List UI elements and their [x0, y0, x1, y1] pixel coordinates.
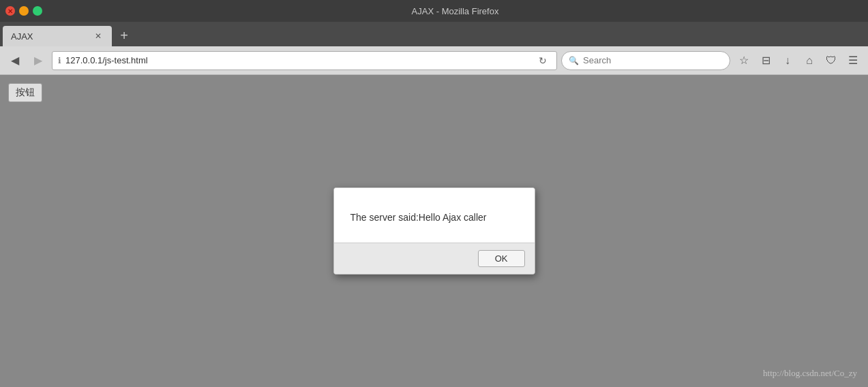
close-window-button[interactable]: ✕ [5, 6, 15, 16]
reader-mode-button[interactable]: ⊟ [756, 51, 775, 70]
download-button[interactable]: ↓ [778, 51, 797, 70]
nav-bar: ◀ ▶ ℹ ↻ 🔍 ☆ ⊟ ↓ ⌂ 🛡 ☰ [0, 46, 868, 75]
dialog-ok-button[interactable]: OK [478, 250, 525, 267]
dialog-message: The server said:Hello Ajax caller [350, 212, 487, 223]
search-bar-wrapper: 🔍 [561, 51, 730, 70]
title-bar: ✕ AJAX - Mozilla Firefox [0, 0, 868, 22]
address-bar-wrapper: ℹ ↻ [52, 51, 557, 70]
home-button[interactable]: ⌂ [800, 51, 819, 70]
search-icon: 🔍 [569, 56, 579, 65]
browser-tab[interactable]: AJAX ✕ [3, 26, 112, 46]
forward-button[interactable]: ▶ [29, 51, 48, 70]
page-content: 按钮 http://blog.csdn.net/Co_zy The server… [0, 75, 868, 387]
toolbar-icons: ☆ ⊟ ↓ ⌂ 🛡 ☰ [734, 51, 863, 70]
tab-bar: AJAX ✕ + [0, 22, 868, 46]
minimize-window-button[interactable] [19, 6, 29, 16]
refresh-button[interactable]: ↻ [535, 52, 551, 69]
back-button[interactable]: ◀ [5, 51, 25, 70]
dialog-button-area: OK [334, 243, 535, 274]
address-input[interactable] [65, 55, 530, 65]
tab-close-button[interactable]: ✕ [93, 31, 104, 42]
dialog-box: The server said:Hello Ajax caller OK [333, 187, 535, 275]
menu-button[interactable]: ☰ [843, 51, 863, 70]
dialog-message-area: The server said:Hello Ajax caller [334, 188, 535, 243]
new-tab-button[interactable]: + [115, 26, 134, 45]
shield-button[interactable]: 🛡 [822, 51, 841, 70]
search-input[interactable] [583, 55, 723, 65]
tab-label: AJAX [11, 31, 87, 42]
maximize-window-button[interactable] [33, 6, 42, 16]
bookmark-button[interactable]: ☆ [734, 51, 753, 70]
window-title: AJAX - Mozilla Firefox [48, 6, 863, 16]
lock-icon: ℹ [58, 56, 61, 65]
window-controls: ✕ [5, 6, 42, 16]
dialog-overlay: The server said:Hello Ajax caller OK [0, 75, 868, 387]
